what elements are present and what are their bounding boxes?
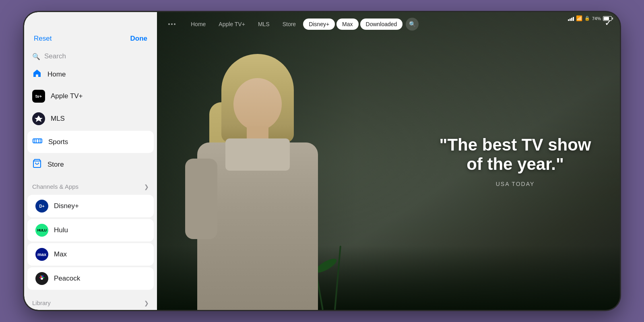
- sidebar-header: Reset Done: [24, 12, 157, 49]
- sidebar-item-sports-wrapper: Sports: [27, 131, 154, 153]
- battery-fill: [604, 17, 609, 20]
- dot-2: [171, 23, 173, 25]
- signal-bar-4: [573, 17, 574, 21]
- tab-downloaded[interactable]: Downloaded: [360, 19, 403, 30]
- dot-3: [174, 23, 175, 25]
- nav-search-button[interactable]: 🔍: [406, 18, 419, 31]
- reset-button[interactable]: Reset: [34, 35, 52, 43]
- library-section-label: Library: [32, 299, 51, 306]
- hulu-icon: HULU: [35, 224, 48, 237]
- nav-dots-menu[interactable]: [163, 20, 180, 28]
- figure-collar: [225, 138, 290, 171]
- signal-bar-3: [571, 18, 572, 21]
- signal-bar-2: [570, 19, 571, 21]
- store-label: Store: [47, 161, 64, 169]
- sidebar-item-peacock[interactable]: Peacock: [27, 267, 154, 290]
- tab-mls[interactable]: MLS: [252, 19, 275, 30]
- tab-appletv[interactable]: Apple TV+: [213, 19, 251, 30]
- sidebar-content: 🔍 Search Home: [24, 49, 157, 310]
- tab-home[interactable]: Home: [185, 19, 211, 30]
- library-chevron-icon[interactable]: ❯: [144, 300, 149, 306]
- appletv-icon: tv+: [32, 90, 45, 103]
- battery-percentage: 74%: [592, 16, 601, 21]
- figure-face: [233, 78, 282, 130]
- home-label: Home: [47, 70, 66, 78]
- svg-rect-2: [35, 139, 36, 143]
- appletv-label: Apple TV+: [51, 92, 83, 100]
- nav-bar: Home Apple TV+ MLS Store Disney+ Max Dow…: [157, 12, 620, 36]
- home-icon: [32, 68, 42, 80]
- max-label: Max: [54, 250, 67, 258]
- library-section-header: Library ❯: [24, 291, 157, 310]
- peacock-label: Peacock: [54, 275, 80, 283]
- sidebar-item-home[interactable]: Home: [24, 64, 157, 85]
- disney-icon: D+: [35, 200, 48, 213]
- hero-quote: "The best TV show of the year.": [435, 135, 596, 174]
- signal-bar-1: [568, 19, 569, 21]
- battery-icon: [603, 16, 612, 21]
- svg-rect-3: [39, 139, 40, 143]
- channels-section-header: Channels & Apps ❯: [24, 175, 157, 193]
- plant-stem-2: [334, 246, 341, 310]
- tv-content: Home Apple TV+ MLS Store Disney+ Max Dow…: [157, 12, 620, 310]
- search-label: Search: [44, 52, 66, 60]
- max-icon: max: [35, 248, 48, 261]
- channels-section-label: Channels & Apps: [32, 183, 78, 190]
- sidebar-item-disney[interactable]: D+ Disney+: [27, 195, 154, 217]
- svg-marker-0: [35, 116, 43, 122]
- search-icon: 🔍: [32, 53, 40, 60]
- hero-text-block: "The best TV show of the year." USA TODA…: [435, 135, 596, 187]
- nav-search-icon: 🔍: [409, 21, 416, 27]
- mls-label: MLS: [51, 115, 65, 123]
- sports-icon: [32, 136, 43, 148]
- sidebar: Reset Done 🔍 Search: [24, 12, 157, 310]
- wifi-icon: 📶: [576, 15, 582, 21]
- sidebar-item-hulu[interactable]: HULU Hulu: [27, 219, 154, 242]
- signal-icon: [568, 16, 574, 21]
- sports-label: Sports: [48, 138, 68, 146]
- sidebar-item-max[interactable]: max Max: [27, 243, 154, 266]
- tab-store[interactable]: Store: [277, 19, 301, 30]
- tab-disney[interactable]: Disney+: [303, 19, 335, 30]
- sidebar-item-appletv[interactable]: tv+ Apple TV+: [24, 85, 157, 107]
- main-content: Reset Done 🔍 Search: [24, 12, 620, 310]
- sidebar-search-item[interactable]: 🔍 Search: [24, 49, 157, 64]
- nav-items-group: Home tv+ Apple TV+: [24, 64, 157, 175]
- svg-line-10: [39, 277, 42, 278]
- svg-line-8: [42, 277, 44, 278]
- device-inner: 📶 🔒 74% Reset Done 🔍: [24, 12, 620, 310]
- sidebar-item-store[interactable]: Store: [24, 154, 157, 175]
- sidebar-item-sports[interactable]: Sports: [27, 131, 154, 153]
- sidebar-item-mls[interactable]: MLS: [24, 107, 157, 130]
- dot-1: [168, 23, 170, 25]
- hero-source: USA TODAY: [435, 180, 596, 187]
- done-button[interactable]: Done: [130, 35, 148, 43]
- figure-left-arm: [185, 159, 217, 239]
- hulu-label: Hulu: [54, 226, 68, 234]
- status-bar: 📶 🔒 74%: [568, 15, 612, 21]
- tab-max[interactable]: Max: [336, 19, 358, 30]
- mls-icon: [32, 112, 45, 125]
- disney-label: Disney+: [54, 202, 79, 210]
- peacock-icon: [35, 272, 48, 285]
- store-icon: [32, 159, 42, 170]
- channels-chevron-icon[interactable]: ❯: [144, 184, 149, 190]
- device-frame: 📶 🔒 74% Reset Done 🔍: [24, 12, 620, 310]
- lock-icon: 🔒: [584, 16, 590, 21]
